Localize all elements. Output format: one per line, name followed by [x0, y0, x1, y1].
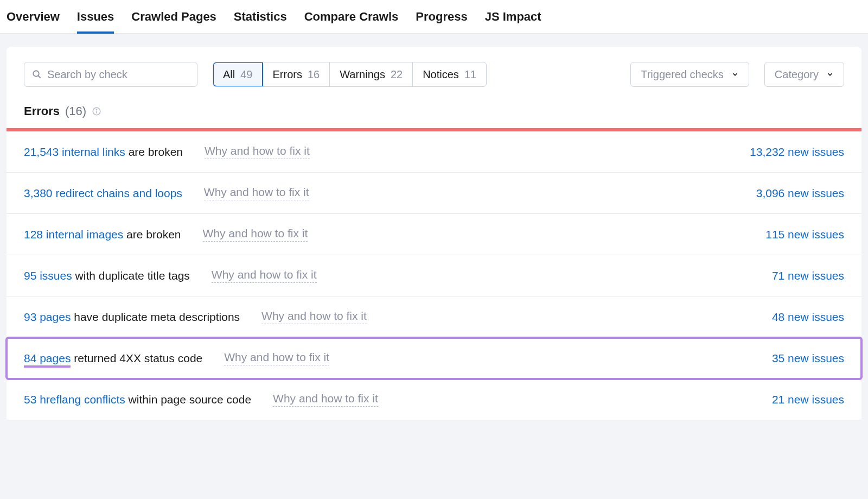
- issue-link[interactable]: 128 internal images: [24, 228, 123, 241]
- controls-row: All49Errors16Warnings22Notices11 Trigger…: [7, 62, 861, 102]
- search-input[interactable]: [47, 68, 189, 81]
- fix-link[interactable]: Why and how to fix it: [204, 186, 309, 200]
- issue-link[interactable]: 53 hreflang conflicts: [24, 393, 125, 406]
- tab-progress[interactable]: Progress: [416, 0, 467, 33]
- issues-card: All49Errors16Warnings22Notices11 Trigger…: [7, 47, 861, 420]
- filter-all[interactable]: All49: [213, 62, 263, 86]
- new-issues-link[interactable]: 71 new issues: [772, 269, 844, 282]
- filter-count: 22: [391, 68, 403, 81]
- section-header: Errors (16): [7, 102, 861, 128]
- issue-rest-text: within page source code: [125, 393, 251, 406]
- search-field-wrap[interactable]: [24, 62, 197, 87]
- issue-row: 128 internal images are brokenWhy and ho…: [7, 214, 861, 255]
- svg-point-4: [97, 109, 97, 110]
- issue-rest-text: have duplicate meta descriptions: [71, 311, 240, 323]
- issue-row: 53 hreflang conflicts within page source…: [7, 379, 861, 420]
- issue-row: 84 pages returned 4XX status codeWhy and…: [7, 338, 861, 379]
- filter-count: 16: [308, 68, 320, 81]
- dropdown-label: Category: [775, 68, 819, 81]
- issue-row: 21,543 internal links are brokenWhy and …: [7, 131, 861, 173]
- issue-link[interactable]: 21,543 internal links: [24, 146, 125, 158]
- svg-point-0: [33, 71, 39, 77]
- chevron-down-icon: [826, 71, 834, 78]
- info-icon[interactable]: [92, 106, 101, 116]
- issue-link[interactable]: 95 issues: [24, 269, 72, 282]
- filter-label: Notices: [423, 68, 459, 81]
- new-issues-link[interactable]: 3,096 new issues: [756, 187, 844, 200]
- issue-rest-text: returned 4XX status code: [71, 352, 202, 364]
- filter-label: Warnings: [340, 68, 385, 81]
- search-icon: [32, 70, 42, 79]
- fix-link[interactable]: Why and how to fix it: [224, 351, 329, 365]
- fix-link[interactable]: Why and how to fix it: [261, 309, 367, 324]
- tab-issues[interactable]: Issues: [77, 0, 114, 33]
- issue-row: 3,380 redirect chains and loopsWhy and h…: [7, 173, 861, 214]
- new-issues-link[interactable]: 35 new issues: [772, 352, 844, 365]
- filter-label: All: [223, 68, 235, 81]
- filter-label: Errors: [272, 68, 302, 81]
- main-tabs: OverviewIssuesCrawled PagesStatisticsCom…: [0, 0, 868, 34]
- new-issues-link[interactable]: 115 new issues: [765, 228, 844, 241]
- fix-link[interactable]: Why and how to fix it: [205, 144, 310, 159]
- issue-rest-text: with duplicate title tags: [72, 269, 190, 282]
- issue-description: 128 internal images are broken: [24, 228, 181, 241]
- new-issues-link[interactable]: 48 new issues: [772, 311, 844, 324]
- issue-row: 93 pages have duplicate meta description…: [7, 296, 861, 338]
- fix-link[interactable]: Why and how to fix it: [203, 227, 308, 242]
- section-count: (16): [65, 104, 86, 118]
- tab-overview[interactable]: Overview: [7, 0, 60, 33]
- tab-compare-crawls[interactable]: Compare Crawls: [304, 0, 399, 33]
- tab-js-impact[interactable]: JS Impact: [485, 0, 541, 33]
- issue-link[interactable]: 3,380 redirect chains and loops: [24, 187, 182, 199]
- fix-link[interactable]: Why and how to fix it: [273, 392, 378, 407]
- tab-statistics[interactable]: Statistics: [234, 0, 287, 33]
- filter-warnings[interactable]: Warnings22: [330, 62, 413, 86]
- new-issues-link[interactable]: 21 new issues: [772, 393, 844, 406]
- issue-rest-text: are broken: [125, 146, 183, 158]
- new-issues-link[interactable]: 13,232 new issues: [750, 146, 844, 159]
- issue-description: 93 pages have duplicate meta description…: [24, 311, 240, 324]
- category-dropdown[interactable]: Category: [764, 62, 844, 87]
- issue-description: 84 pages returned 4XX status code: [24, 352, 202, 365]
- issue-link[interactable]: 93 pages: [24, 311, 71, 323]
- chevron-down-icon: [731, 71, 739, 78]
- issue-description: 21,543 internal links are broken: [24, 146, 183, 159]
- issue-description: 53 hreflang conflicts within page source…: [24, 393, 251, 406]
- section-title: Errors: [24, 104, 60, 118]
- filter-count: 49: [240, 68, 252, 81]
- issues-list: 21,543 internal links are brokenWhy and …: [7, 131, 861, 420]
- issue-rest-text: are broken: [123, 228, 181, 241]
- filter-notices[interactable]: Notices11: [413, 62, 486, 86]
- fix-link[interactable]: Why and how to fix it: [212, 268, 317, 283]
- filter-segments: All49Errors16Warnings22Notices11: [213, 62, 487, 87]
- issue-description: 3,380 redirect chains and loops: [24, 187, 182, 200]
- issue-description: 95 issues with duplicate title tags: [24, 269, 190, 282]
- dropdown-label: Triggered checks: [641, 68, 724, 81]
- issue-link[interactable]: 84 pages: [24, 352, 71, 368]
- filter-errors[interactable]: Errors16: [263, 62, 330, 86]
- svg-line-1: [38, 75, 41, 78]
- tab-crawled-pages[interactable]: Crawled Pages: [131, 0, 216, 33]
- filter-count: 11: [464, 68, 476, 81]
- triggered-checks-dropdown[interactable]: Triggered checks: [630, 62, 749, 87]
- issue-row: 95 issues with duplicate title tagsWhy a…: [7, 255, 861, 296]
